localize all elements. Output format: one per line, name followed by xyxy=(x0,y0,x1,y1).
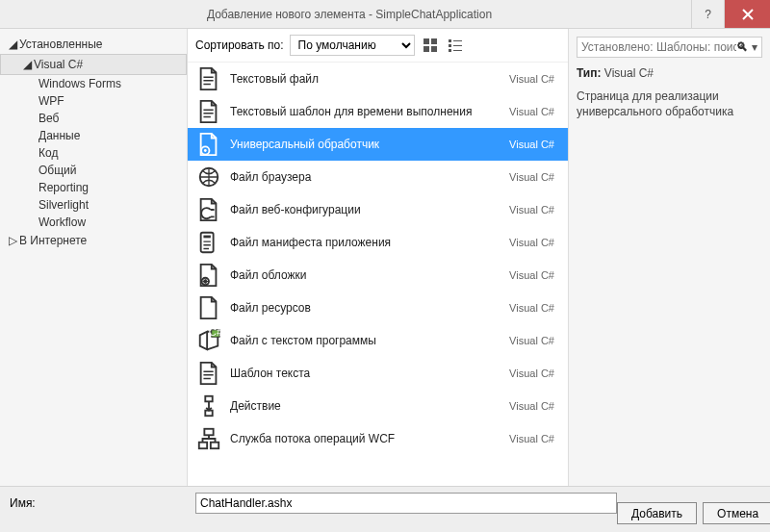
template-row[interactable]: Универсальный обработчик Visual C# xyxy=(188,128,568,161)
template-label: Действие xyxy=(230,399,509,413)
file-text-icon xyxy=(195,65,222,92)
chevron-down-icon: ◢ xyxy=(22,58,32,71)
code-icon: C# xyxy=(195,327,222,354)
tree-item[interactable]: Общий xyxy=(0,162,187,179)
close-icon[interactable] xyxy=(724,0,770,28)
titlebar: Добавление нового элемента - SimpleChatA… xyxy=(0,0,770,29)
template-label: Файл обложки xyxy=(230,268,509,282)
template-lang: Visual C# xyxy=(509,433,554,444)
tree-item[interactable]: Данные xyxy=(0,127,187,144)
sort-toolbar: Сортировать по: По умолчанию xyxy=(188,29,568,63)
globe-icon xyxy=(195,164,222,190)
type-value: Visual C# xyxy=(604,66,654,80)
add-button[interactable]: Добавить xyxy=(617,502,697,524)
tree-item[interactable]: Reporting xyxy=(0,179,187,196)
template-row[interactable]: Текстовый файл Visual C# xyxy=(188,63,568,95)
svg-rect-8 xyxy=(449,49,451,52)
file-icon xyxy=(195,294,222,321)
chevron-down-icon: ◢ xyxy=(8,38,17,51)
svg-rect-14 xyxy=(203,236,210,239)
template-row[interactable]: Файл ресурсов Visual C# xyxy=(188,291,568,324)
tree-installed[interactable]: ◢ Установленные xyxy=(0,35,187,54)
svg-rect-6 xyxy=(449,44,451,47)
cancel-button[interactable]: Отмена xyxy=(703,502,770,524)
name-block: Имя: xyxy=(10,493,617,514)
template-row[interactable]: Служба потока операций WCF Visual C# xyxy=(188,422,568,455)
name-label: Имя: xyxy=(10,496,188,510)
template-list[interactable]: Текстовый файл Visual C# Текстовый шабло… xyxy=(188,63,568,486)
template-lang: Visual C# xyxy=(509,204,554,215)
search-input[interactable] xyxy=(581,40,736,54)
view-list-icon[interactable] xyxy=(446,36,465,55)
svg-rect-3 xyxy=(431,46,437,52)
svg-rect-1 xyxy=(431,38,437,44)
type-label: Тип: xyxy=(577,66,602,80)
template-lang: Visual C# xyxy=(509,400,554,412)
template-row[interactable]: Файл веб-конфигурации Visual C# xyxy=(188,193,568,226)
help-icon[interactable]: ? xyxy=(691,0,724,28)
dialog-buttons: Добавить Отмена xyxy=(617,502,770,524)
template-row[interactable]: Файл манифеста приложения Visual C# xyxy=(188,226,568,259)
template-label: Файл с текстом программы xyxy=(230,334,509,347)
window-title: Добавление нового элемента - SimpleChatA… xyxy=(8,8,691,21)
template-label: Файл манифеста приложения xyxy=(230,236,509,249)
search-icon: 🔍︎ xyxy=(736,40,748,54)
tree-vcsharp[interactable]: ◢ Visual C# xyxy=(0,54,187,75)
tree-item[interactable]: Код xyxy=(0,144,187,162)
svg-rect-5 xyxy=(453,40,462,41)
sort-select[interactable]: По умолчанию xyxy=(290,35,415,56)
template-row[interactable]: Файл обложки Visual C# xyxy=(188,259,568,291)
sort-label: Сортировать по: xyxy=(195,38,284,52)
view-medium-icon[interactable] xyxy=(421,36,440,55)
main-area: ◢ Установленные ◢ Visual C# Windows Form… xyxy=(0,29,770,486)
chevron-right-icon: ▷ xyxy=(8,234,17,247)
template-lang: Visual C# xyxy=(509,171,554,183)
template-row[interactable]: Файл браузера Visual C# xyxy=(188,161,568,193)
template-label: Файл веб-конфигурации xyxy=(230,203,509,216)
tree-installed-label: Установленные xyxy=(19,38,102,51)
window-controls: ? xyxy=(691,0,770,28)
template-row[interactable]: Текстовый шаблон для времени выполнения … xyxy=(188,95,568,128)
handler-icon xyxy=(195,131,222,158)
name-input[interactable] xyxy=(195,493,617,514)
template-lang: Visual C# xyxy=(509,302,554,314)
template-label: Файл ресурсов xyxy=(230,301,509,315)
svg-rect-9 xyxy=(453,50,462,51)
svg-rect-0 xyxy=(424,38,429,44)
tree-online-label: В Интернете xyxy=(19,234,87,247)
template-row[interactable]: C# Файл с текстом программы Visual C# xyxy=(188,324,568,357)
config-icon xyxy=(195,196,222,223)
tree-item[interactable]: Silverlight xyxy=(0,196,187,214)
template-label: Шаблон текста xyxy=(230,367,509,380)
tree-item[interactable]: Workflow xyxy=(0,214,187,231)
template-lang: Visual C# xyxy=(509,335,554,346)
svg-rect-4 xyxy=(449,39,451,42)
category-tree: ◢ Установленные ◢ Visual C# Windows Form… xyxy=(0,29,188,486)
template-label: Служба потока операций WCF xyxy=(230,432,509,445)
template-lang: Visual C# xyxy=(509,139,554,150)
template-description: Страница для реализации универсального о… xyxy=(577,89,762,119)
template-lang: Visual C# xyxy=(509,73,554,85)
svg-rect-22 xyxy=(211,443,218,449)
tree-item[interactable]: WPF xyxy=(0,92,187,110)
svg-rect-20 xyxy=(204,429,213,436)
dropdown-icon[interactable]: ▾ xyxy=(752,40,757,54)
svg-text:C#: C# xyxy=(209,327,221,338)
template-label: Текстовый файл xyxy=(230,72,509,86)
skin-icon xyxy=(195,262,222,289)
tree-vcsharp-label: Visual C# xyxy=(34,58,83,71)
template-row[interactable]: Шаблон текста Visual C# xyxy=(188,357,568,390)
template-type: Тип: Visual C# xyxy=(577,65,762,81)
svg-rect-21 xyxy=(199,443,207,449)
file-text-icon xyxy=(195,98,222,125)
svg-point-11 xyxy=(204,149,207,152)
search-box[interactable]: 🔍︎ ▾ xyxy=(577,37,762,58)
tree-item[interactable]: Веб xyxy=(0,110,187,127)
template-lang: Visual C# xyxy=(509,106,554,117)
template-pane: Сортировать по: По умолчанию Текстовый ф… xyxy=(188,29,568,486)
tree-item[interactable]: Windows Forms xyxy=(0,75,187,92)
template-row[interactable]: Действие Visual C# xyxy=(188,390,568,422)
template-lang: Visual C# xyxy=(509,237,554,248)
template-lang: Visual C# xyxy=(509,367,554,379)
tree-online[interactable]: ▷ В Интернете xyxy=(0,231,187,250)
